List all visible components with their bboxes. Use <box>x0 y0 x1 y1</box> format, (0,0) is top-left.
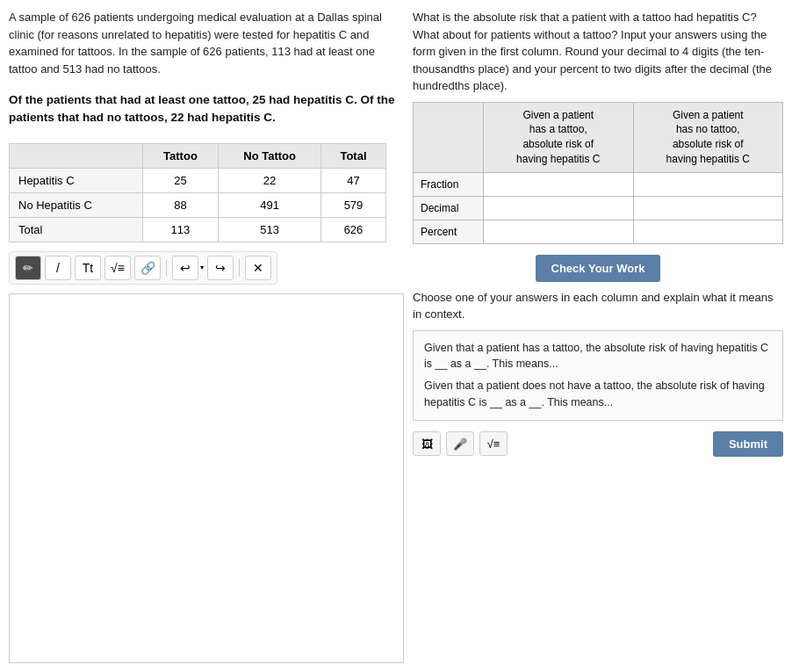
sqrt-button[interactable]: √≡ <box>104 256 131 280</box>
cell-nohep-total: 579 <box>321 192 386 217</box>
col2-header-line1: Given a patient <box>673 109 744 121</box>
answer-row-label-fraction: Fraction <box>414 172 484 196</box>
col2-header-line2: has no tattoo, <box>676 123 740 135</box>
undo-group: ↩ ▾ <box>172 256 204 280</box>
cell-total-tattoo: 113 <box>142 217 218 242</box>
sqrt-icon-button[interactable]: √≡ <box>479 431 508 456</box>
col1-header-line3: absolute risk of <box>522 138 594 150</box>
table-row: No Hepatitis C 88 491 579 <box>10 192 386 217</box>
answer-col-tattoo-header: Given a patient has a tattoo, absolute r… <box>484 102 634 172</box>
problem-paragraph: A sample of 626 patients undergoing medi… <box>9 9 404 77</box>
image-icon-button[interactable]: 🖼 <box>413 431 441 456</box>
answer-cell-decimal-no-tattoo[interactable] <box>633 196 783 220</box>
col-header-empty <box>10 143 143 168</box>
percent-no-tattoo-input[interactable] <box>641 226 776 238</box>
answer-cell-decimal-tattoo[interactable] <box>484 196 634 220</box>
col1-header-line2: has a tattoo, <box>529 123 587 135</box>
answer-cell-fraction-tattoo[interactable] <box>484 172 634 196</box>
undo-dropdown-arrow: ▾ <box>200 264 204 271</box>
answer-row-decimal: Decimal <box>414 196 783 220</box>
undo-button[interactable]: ↩ <box>172 256 198 280</box>
answer-cell-percent-tattoo[interactable] <box>484 220 634 243</box>
percent-tattoo-input[interactable] <box>491 226 626 238</box>
bottom-left-tools: 🖼 🎤 √≡ <box>413 431 508 456</box>
right-panel: What is the absolute risk that a patient… <box>413 9 783 663</box>
col-header-tattoo: Tattoo <box>142 143 218 168</box>
answer-table: Given a patient has a tattoo, absolute r… <box>413 102 783 244</box>
cell-nohep-no-tattoo: 491 <box>219 192 321 217</box>
table-row: Hepatitis C 25 22 47 <box>10 168 386 192</box>
row-label-total: Total <box>10 217 143 242</box>
answer-col-empty <box>414 102 484 172</box>
question-text: What is the absolute risk that a patient… <box>413 9 783 95</box>
row-label-no-hepatitis: No Hepatitis C <box>10 192 143 217</box>
data-table: Tattoo No Tattoo Total Hepatitis C 25 22… <box>9 143 386 242</box>
answer-row-label-decimal: Decimal <box>414 196 484 220</box>
left-panel: A sample of 626 patients undergoing medi… <box>9 9 404 663</box>
pencil-button[interactable]: ✏ <box>15 256 41 280</box>
answer-cell-fraction-no-tattoo[interactable] <box>633 172 783 196</box>
cell-total-no-tattoo: 513 <box>219 217 321 242</box>
bold-statement: Of the patients that had at least one ta… <box>9 91 404 127</box>
col1-header-line1: Given a patient <box>522 109 594 121</box>
fraction-tattoo-input[interactable] <box>491 178 626 191</box>
col-header-total: Total <box>321 143 386 168</box>
fraction-no-tattoo-input[interactable] <box>641 178 776 191</box>
check-your-work-button[interactable]: Check Your Work <box>536 255 661 282</box>
answer-cell-percent-no-tattoo[interactable] <box>633 220 783 243</box>
mic-icon-button[interactable]: 🎤 <box>446 431 474 456</box>
cell-hep-no-tattoo: 22 <box>219 168 321 192</box>
col2-header-line4: having hepatitis C <box>666 153 750 165</box>
answer-row-fraction: Fraction <box>414 172 783 196</box>
context-line1: Given that a patient has a tattoo, the a… <box>424 340 772 373</box>
decimal-tattoo-input[interactable] <box>491 202 626 214</box>
toolbar-divider <box>166 259 167 277</box>
redo-button[interactable]: ↪ <box>207 256 234 280</box>
table-row: Total 113 513 626 <box>10 217 386 242</box>
row-label-hepatitis: Hepatitis C <box>10 168 143 192</box>
answer-row-label-percent: Percent <box>414 220 484 243</box>
cell-total-total: 626 <box>321 217 386 242</box>
cell-hep-total: 47 <box>321 168 386 192</box>
context-line2: Given that a patient does not have a tat… <box>424 378 772 411</box>
tt-button[interactable]: Tt <box>75 256 101 280</box>
cell-hep-tattoo: 25 <box>142 168 218 192</box>
col-header-no-tattoo: No Tattoo <box>219 143 321 168</box>
col2-header-line3: absolute risk of <box>673 138 744 150</box>
answer-row-percent: Percent <box>414 220 783 243</box>
bottom-toolbar: 🖼 🎤 √≡ Submit <box>413 431 783 457</box>
col1-header-line4: having hepatitis C <box>516 153 600 165</box>
toolbar-divider-2 <box>239 259 240 277</box>
link-button[interactable]: 🔗 <box>134 256 161 280</box>
slash-button[interactable]: / <box>45 256 71 280</box>
context-box: Given that a patient has a tattoo, the a… <box>413 330 783 421</box>
decimal-no-tattoo-input[interactable] <box>641 202 776 214</box>
submit-button[interactable]: Submit <box>713 431 783 457</box>
cell-nohep-tattoo: 88 <box>142 192 218 217</box>
close-button[interactable]: ✕ <box>245 256 271 280</box>
writing-area[interactable] <box>9 293 404 664</box>
answer-col-no-tattoo-header: Given a patient has no tattoo, absolute … <box>633 102 783 172</box>
choose-text: Choose one of your answers in each colum… <box>413 289 783 323</box>
editor-toolbar: ✏ / Tt √≡ 🔗 ↩ ▾ ↪ ✕ <box>9 251 277 285</box>
